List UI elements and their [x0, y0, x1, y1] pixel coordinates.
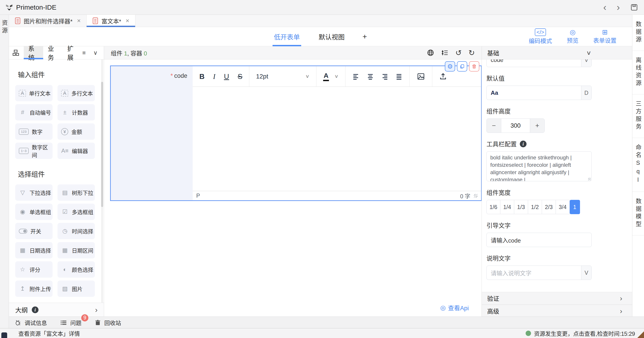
width-option-1-6[interactable]: 1/6: [486, 200, 500, 214]
font-size-select[interactable]: 12pt ∨: [249, 66, 316, 86]
problems-button[interactable]: 问题 9: [60, 319, 82, 327]
tab-default-view[interactable]: 默认视图: [318, 27, 346, 46]
bold-button[interactable]: B: [200, 73, 204, 80]
component-copy-button[interactable]: [457, 61, 467, 71]
italic-button[interactable]: I: [213, 73, 216, 80]
section-header-validation[interactable]: 验证 ›: [482, 292, 632, 305]
plus-button[interactable]: +: [530, 119, 544, 133]
code-field[interactable]: code V: [486, 59, 592, 67]
outline-tree-icon[interactable]: [441, 49, 449, 56]
file-tab-rich-text[interactable]: 富文本* ×: [86, 15, 135, 27]
add-view-button[interactable]: +: [362, 32, 367, 41]
insert-image-button[interactable]: [410, 66, 432, 86]
align-left-button[interactable]: [352, 73, 360, 80]
palette-item-multi-line-text[interactable]: A 多行文本: [58, 85, 95, 101]
width-option-2-3[interactable]: 2/3: [542, 200, 556, 214]
palette-item-color-picker[interactable]: ◐ 颜色选择: [58, 261, 95, 278]
recycle-bin-button[interactable]: 回收站: [94, 319, 121, 327]
tab-low-code-form[interactable]: 低开表单: [273, 27, 301, 46]
palette-item-checkbox-group[interactable]: ☑ 多选框组: [58, 204, 95, 220]
width-option-1-2[interactable]: 1/2: [528, 200, 542, 214]
components-icon[interactable]: [12, 49, 19, 56]
rail-item-resources[interactable]: 资源: [0, 20, 8, 35]
palette-item-amount[interactable]: ¥ 金额: [58, 123, 95, 140]
rail-item-named-sql[interactable]: 命名Sql: [632, 138, 644, 192]
palette-item-date-picker[interactable]: ▦ 日期选择: [15, 242, 52, 258]
status-message[interactable]: 查看资源「富文本」详情: [18, 329, 80, 337]
nav-back-icon[interactable]: ‹: [603, 3, 606, 12]
forecolor-select[interactable]: A ∨: [316, 66, 346, 86]
variable-binding-button[interactable]: V: [581, 266, 592, 280]
guide-text-field[interactable]: 请输入code: [486, 233, 592, 247]
close-icon[interactable]: ×: [77, 17, 80, 24]
palette-item-dropdown-select[interactable]: ▽ 下拉选择: [15, 184, 52, 201]
palette-item-date-range[interactable]: ▦ 日期区间: [58, 242, 95, 258]
toolbar-config-textarea[interactable]: bold italic underline strikethrough | fo…: [486, 151, 592, 181]
palette-item-number-range[interactable]: 1~3 数字区间: [15, 143, 52, 159]
redo-icon[interactable]: ↻: [468, 49, 475, 56]
rail-item-third-party-services[interactable]: 三方服务: [632, 94, 644, 138]
palette-item-time-picker[interactable]: ◷ 时间选择: [58, 223, 95, 239]
palette-scrollbar-thumb[interactable]: [101, 82, 103, 207]
strikethrough-button[interactable]: S: [238, 73, 242, 80]
default-value-field[interactable]: Aa D: [486, 86, 592, 100]
palette-item-counter[interactable]: ± 计数器: [58, 104, 95, 120]
palette-menu-icon[interactable]: ≡: [82, 49, 86, 56]
height-value[interactable]: 300: [501, 119, 530, 133]
rail-item-offline-resources[interactable]: 离线资源: [632, 51, 644, 94]
app-logo-icon: [5, 3, 14, 12]
palette-tab-business[interactable]: 业务: [43, 46, 63, 59]
preview-button[interactable]: ◎ 预览: [567, 29, 578, 44]
undo-icon[interactable]: ↺: [455, 49, 462, 56]
section-header-basic[interactable]: 基础 ∨: [482, 46, 632, 59]
list-icon: [60, 319, 67, 326]
minus-button[interactable]: −: [487, 119, 501, 133]
palette-item-tree-dropdown[interactable]: ▤ 树形下拉: [58, 184, 95, 201]
palette-collapse-icon[interactable]: ∨: [93, 49, 98, 56]
palette-item-rating[interactable]: ☆ 评分: [15, 261, 52, 278]
window-resize-grip[interactable]: [637, 331, 644, 338]
rail-item-data-source[interactable]: 数据源: [632, 15, 644, 51]
palette-tab-extension[interactable]: 扩展: [63, 46, 82, 59]
code-mode-button[interactable]: </> 编码模式: [529, 28, 552, 45]
align-right-button[interactable]: [381, 73, 388, 80]
info-icon: i: [32, 307, 38, 313]
outline-row[interactable]: 大纲 i ›: [9, 303, 104, 317]
section-header-advanced[interactable]: 高级 ›: [482, 305, 632, 317]
globe-icon[interactable]: [427, 49, 434, 56]
width-option-1-3[interactable]: 1/3: [514, 200, 528, 214]
palette-item-single-line-text[interactable]: A 单行文本: [15, 85, 52, 101]
palette-item-editor[interactable]: A≡ 编辑器: [58, 143, 95, 159]
close-icon[interactable]: ×: [126, 17, 129, 24]
width-option-full[interactable]: 1: [570, 200, 580, 214]
variable-binding-button[interactable]: V: [581, 59, 592, 67]
file-tab-image-attachment-picker[interactable]: 图片和附件选择器* ×: [9, 15, 86, 27]
component-delete-button[interactable]: [469, 61, 479, 71]
save-icon[interactable]: [630, 3, 638, 11]
help-text-field[interactable]: 请输入说明文字 V: [486, 266, 592, 280]
palette-item-number[interactable]: 123 数字: [15, 123, 52, 140]
default-value-suffix-button[interactable]: D: [581, 86, 592, 100]
align-center-button[interactable]: [366, 73, 374, 80]
palette-item-auto-number[interactable]: # 自动编号: [15, 104, 52, 120]
resource-change-status[interactable]: 资源发生变更，点击查看,检查时间:15:29: [526, 329, 635, 337]
palette-item-image[interactable]: ▧ 图片: [58, 281, 95, 297]
debug-info-button[interactable]: 调试信息: [14, 319, 47, 327]
rich-text-component[interactable]: ⚙ *code B I U S: [110, 65, 482, 201]
palette-tab-system[interactable]: 系统: [24, 46, 43, 59]
textarea-resize-handle[interactable]: [588, 178, 591, 180]
palette-item-switch[interactable]: 开关: [15, 223, 52, 239]
width-option-1-4[interactable]: 1/4: [500, 200, 514, 214]
component-settings-button[interactable]: ⚙: [445, 61, 455, 71]
rail-item-data-model[interactable]: 数据模型: [632, 192, 644, 235]
palette-item-radio-group[interactable]: ◉ 单选框组: [15, 204, 52, 220]
editor-content-area[interactable]: [193, 87, 481, 191]
editor-resize-handle[interactable]: [474, 194, 478, 198]
underline-button[interactable]: U: [224, 73, 229, 80]
nav-forward-icon[interactable]: ›: [617, 3, 620, 12]
width-option-3-4[interactable]: 3/4: [556, 200, 570, 214]
align-justify-button[interactable]: [395, 73, 403, 80]
form-settings-button[interactable]: ⊞ 表单设置: [593, 29, 616, 44]
view-api-link[interactable]: ◎ 查看Api: [440, 303, 469, 312]
palette-item-attachment-upload[interactable]: ↥ 附件上传: [15, 281, 52, 297]
